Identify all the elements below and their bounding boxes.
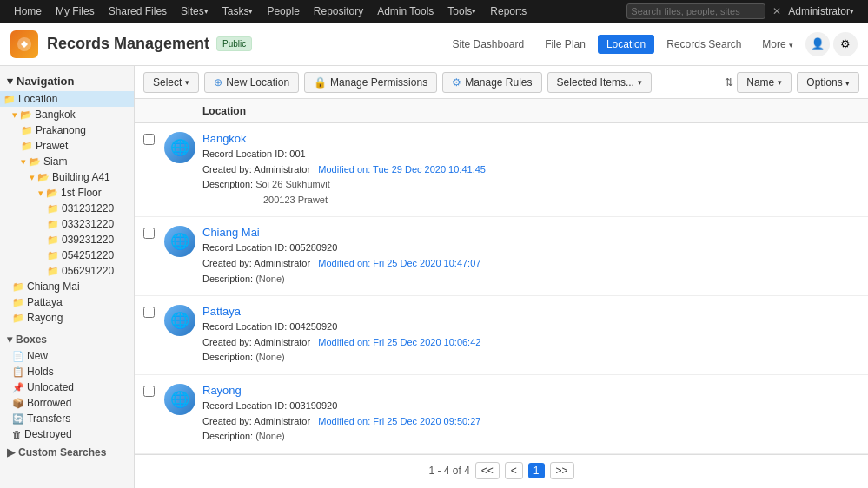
row-icon: 🌐 [164, 132, 202, 163]
sidebar-item-holds[interactable]: 📋 Holds [0, 364, 134, 379]
sidebar-item-056291220[interactable]: 📁 056291220 [0, 263, 134, 279]
table-row[interactable]: 🌐 Pattaya Record Location ID: 004250920 … [135, 296, 868, 375]
siam-folder-icon: ▾ 📂 [21, 156, 41, 168]
unlocated-icon: 📌 [12, 382, 24, 393]
manage-rules-icon: ⚙ [452, 76, 461, 89]
nav-sites[interactable]: Sites ▾ [174, 0, 215, 23]
user-profile-btn[interactable]: 👤 [805, 32, 830, 56]
chiangmai-folder-icon: 📁 [12, 281, 24, 293]
public-badge: Public [216, 36, 252, 51]
search-clear-icon[interactable]: ✕ [772, 5, 781, 17]
more-btn[interactable]: More ▾ [753, 35, 802, 54]
new-location-btn[interactable]: ⊕ New Location [204, 72, 299, 93]
select-caret: ▾ [185, 78, 189, 87]
select-btn[interactable]: Select ▾ [143, 72, 199, 93]
pagination-first-btn[interactable]: << [475, 462, 500, 479]
sort-controls: ⇅ Name ▾ [725, 72, 792, 93]
sidebar-item-033231220[interactable]: 📁 033231220 [0, 216, 134, 232]
sidebar-item-chiangmai[interactable]: 📁 Chiang Mai [0, 279, 134, 294]
row-checkbox-input[interactable] [143, 134, 155, 145]
content-toolbar: Select ▾ ⊕ New Location 🔒 Manage Permiss… [135, 66, 868, 99]
nav-admintools[interactable]: Admin Tools [370, 0, 441, 23]
manage-permissions-icon: 🔒 [314, 76, 327, 89]
destroyed-icon: 🗑 [12, 429, 22, 439]
settings-btn[interactable]: ⚙ [833, 32, 858, 56]
sidebar-item-031231220[interactable]: 📁 031231220 [0, 201, 134, 216]
manage-permissions-btn[interactable]: 🔒 Manage Permissions [304, 72, 437, 93]
manage-rules-btn[interactable]: ⚙ Manage Rules [442, 72, 541, 93]
location-globe-icon: 🌐 [164, 384, 195, 415]
location-meta: Record Location ID: 001 Created by: Admi… [202, 147, 859, 208]
location-btn[interactable]: Location [598, 35, 654, 54]
prakanong-folder-icon: 📁 [21, 125, 33, 136]
sidebar-item-siam[interactable]: ▾ 📂 Siam [0, 154, 134, 169]
sidebar-item-transfers[interactable]: 🔄 Transfers [0, 411, 134, 426]
pagination-next-btn[interactable]: >> [550, 462, 574, 479]
pagination-prev-btn[interactable]: < [505, 462, 523, 479]
sidebar-item-1stfloor[interactable]: ▾ 📂 1st Floor [0, 185, 134, 201]
sort-name-btn[interactable]: Name ▾ [737, 72, 792, 93]
records-search-btn[interactable]: Records Search [658, 35, 750, 54]
new-box-icon: 📄 [12, 351, 24, 362]
nav-tasks[interactable]: Tasks ▾ [215, 0, 261, 23]
sort-caret: ▾ [778, 78, 782, 87]
holds-icon: 📋 [12, 366, 24, 378]
location-name-link[interactable]: Pattaya [202, 305, 859, 318]
row-checkbox-input[interactable] [143, 386, 155, 397]
054251220-folder-icon: 📁 [47, 250, 59, 261]
file-plan-btn[interactable]: File Plan [536, 35, 594, 54]
sidebar-item-pattaya[interactable]: 📁 Pattaya [0, 294, 134, 310]
sidebar-item-destroyed[interactable]: 🗑 Destroyed [0, 426, 134, 442]
sidebar-item-prakanong[interactable]: 📁 Prakanong [0, 122, 134, 138]
nav-user[interactable]: Administrator ▾ [781, 0, 861, 23]
row-checkbox[interactable] [143, 226, 164, 241]
nav-repository[interactable]: Repository [307, 0, 370, 23]
nav-toggle-icon[interactable]: ▾ [7, 75, 13, 88]
nav-home[interactable]: Home [7, 0, 49, 23]
nav-reports[interactable]: Reports [483, 0, 533, 23]
table-row[interactable]: 🌐 Rayong Record Location ID: 003190920 C… [135, 375, 868, 454]
table-row[interactable]: 🌐 Bangkok Record Location ID: 001 Create… [135, 123, 868, 217]
content-area: Select ▾ ⊕ New Location 🔒 Manage Permiss… [135, 66, 868, 488]
location-name-link[interactable]: Chiang Mai [202, 226, 859, 239]
location-name-link[interactable]: Bangkok [202, 132, 859, 145]
boxes-toggle-icon[interactable]: ▾ [7, 333, 12, 346]
location-name-link[interactable]: Rayong [202, 384, 859, 397]
sidebar-item-new[interactable]: 📄 New [0, 348, 134, 364]
sidebar-item-039231220[interactable]: 📁 039231220 [0, 232, 134, 247]
custom-searches-header[interactable]: ▶ Custom Searches [0, 442, 134, 463]
sidebar-item-buildinga41[interactable]: ▾ 📂 Building A41 [0, 169, 134, 185]
pagination-current-page: 1 [528, 463, 545, 478]
sort-icon[interactable]: ⇅ [725, 76, 733, 89]
033231220-folder-icon: 📁 [47, 219, 59, 230]
row-checkbox[interactable] [143, 132, 164, 148]
site-dashboard-btn[interactable]: Site Dashboard [443, 35, 533, 54]
nav-myfiles[interactable]: My Files [49, 0, 102, 23]
nav-sharedfiles[interactable]: Shared Files [102, 0, 174, 23]
table-row[interactable]: 🌐 Chiang Mai Record Location ID: 0052809… [135, 217, 868, 296]
row-content: Pattaya Record Location ID: 004250920 Cr… [202, 305, 859, 366]
row-content: Bangkok Record Location ID: 001 Created … [202, 132, 859, 208]
location-globe-icon: 🌐 [164, 305, 195, 336]
sidebar-item-rayong[interactable]: 📁 Rayong [0, 310, 134, 326]
search-input[interactable] [626, 3, 765, 19]
sidebar-item-bangkok[interactable]: ▾ 📂 Bangkok [0, 107, 134, 122]
location-meta: Record Location ID: 005280920 Created by… [202, 241, 859, 287]
row-checkbox[interactable] [143, 384, 164, 399]
sidebar-item-location[interactable]: 📁 Location [0, 91, 134, 107]
options-btn[interactable]: Options ▾ [797, 72, 859, 93]
row-icon: 🌐 [164, 305, 202, 336]
sidebar-item-prawet[interactable]: 📁 Prawet [0, 138, 134, 154]
sidebar-item-unlocated[interactable]: 📌 Unlocated [0, 379, 134, 395]
selected-items-btn[interactable]: Selected Items... ▾ [547, 72, 652, 93]
location-tree-icon: 📁 [3, 94, 16, 105]
row-checkbox-input[interactable] [143, 307, 155, 318]
location-meta: Record Location ID: 003190920 Created by… [202, 399, 859, 445]
nav-people[interactable]: People [260, 0, 306, 23]
nav-tools[interactable]: Tools ▾ [441, 0, 483, 23]
row-checkbox[interactable] [143, 305, 164, 320]
sidebar-item-borrowed[interactable]: 📦 Borrowed [0, 395, 134, 411]
039231220-folder-icon: 📁 [47, 234, 59, 246]
sidebar-item-054251220[interactable]: 📁 054251220 [0, 247, 134, 263]
row-checkbox-input[interactable] [143, 228, 155, 239]
